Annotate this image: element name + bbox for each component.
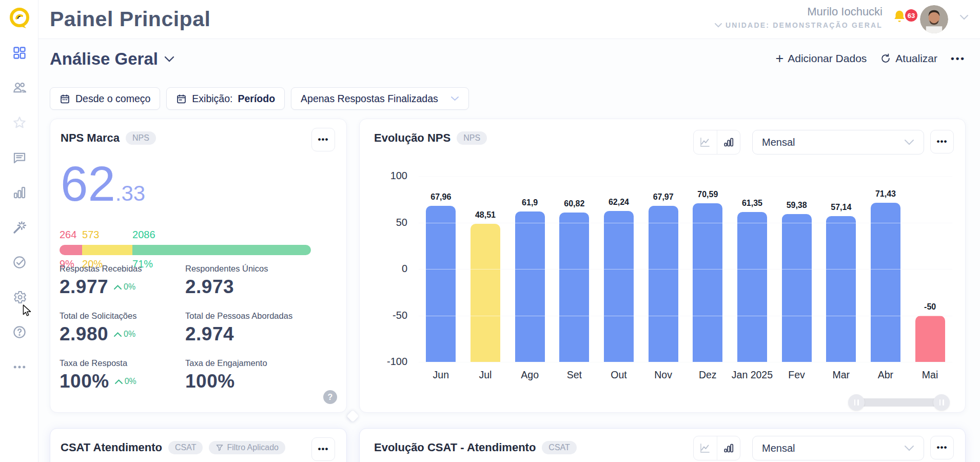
nps-stats-grid: Respostas Recebidas2.9770%Respondentes Ú… bbox=[60, 264, 337, 392]
chart-bar bbox=[782, 214, 812, 362]
notifications-button[interactable]: 63 bbox=[892, 8, 914, 27]
stat-block: Taxa de Engajamento100% bbox=[185, 358, 337, 392]
calendar-icon bbox=[60, 93, 70, 104]
nps-segment-counts: 2645732086 bbox=[60, 229, 311, 241]
x-tick-label: Mar bbox=[819, 369, 864, 381]
chevron-down-icon bbox=[714, 23, 722, 28]
add-data-button[interactable]: + Adicionar Dados bbox=[775, 52, 867, 65]
csat-evolution-card: Evolução CSAT - Atendimento CSAT bbox=[359, 428, 966, 462]
x-tick-label: Ago bbox=[507, 369, 552, 381]
more-dots-icon[interactable] bbox=[12, 359, 27, 375]
card-more-button[interactable]: ••• bbox=[311, 437, 335, 461]
stat-label: Respostas Recebidas bbox=[60, 264, 185, 274]
users-icon[interactable] bbox=[12, 80, 27, 95]
gridline bbox=[419, 316, 952, 316]
card-resize-handle[interactable] bbox=[346, 410, 359, 422]
refresh-icon bbox=[880, 53, 891, 64]
chevron-down-icon bbox=[450, 96, 459, 101]
stat-delta: 0% bbox=[114, 377, 136, 386]
bar-chart-icon[interactable] bbox=[12, 185, 27, 200]
bar-chart-toggle-icon[interactable] bbox=[717, 436, 740, 460]
stat-label: Taxa de Resposta bbox=[60, 358, 185, 368]
gridline bbox=[419, 362, 952, 362]
line-chart-toggle-icon[interactable] bbox=[694, 436, 717, 460]
nps-badge: NPS bbox=[126, 131, 156, 145]
chart-bar bbox=[826, 216, 856, 362]
help-circle-icon[interactable] bbox=[12, 324, 27, 340]
unit-selector[interactable]: UNIDADE: DEMONSTRAÇÃO GERAL bbox=[714, 21, 883, 29]
chevron-down-icon bbox=[904, 139, 914, 145]
nps-brand-card: NPS Marca NPS ••• 62 .33 2645732086 9%20… bbox=[50, 119, 347, 413]
slider-handle-right[interactable] bbox=[933, 394, 950, 411]
period-select[interactable]: Mensal bbox=[752, 436, 924, 460]
chart-bar bbox=[737, 212, 767, 362]
bar-value-label: 59,38 bbox=[774, 201, 819, 210]
segment-count-label: 573 bbox=[82, 229, 132, 241]
page-title: Painel Principal bbox=[50, 7, 210, 31]
view-more-button[interactable]: ••• bbox=[951, 53, 966, 64]
bar-value-label: 60,82 bbox=[552, 199, 597, 208]
stat-value: 2.980 bbox=[60, 323, 108, 345]
stat-value: 100% bbox=[185, 371, 235, 392]
responses-filter-select[interactable]: Apenas Respostas Finalizadas bbox=[291, 87, 469, 110]
avatar[interactable] bbox=[920, 5, 948, 33]
star-icon[interactable] bbox=[12, 115, 27, 130]
filter-applied-badge: Filtro Aplicado bbox=[209, 441, 285, 454]
nps-score: 62 .33 bbox=[61, 159, 145, 208]
stat-block: Respondentes Únicos2.973 bbox=[185, 264, 337, 298]
y-tick-label: 50 bbox=[366, 217, 407, 228]
stat-block: Respostas Recebidas2.9770% bbox=[60, 264, 185, 298]
stat-block: Taxa de Resposta100%0% bbox=[60, 358, 185, 392]
stat-label: Total de Solicitações bbox=[60, 311, 185, 321]
bar-chart-toggle-icon[interactable] bbox=[717, 130, 740, 154]
chart-bar bbox=[915, 316, 945, 362]
csat-badge: CSAT bbox=[542, 441, 576, 454]
slider-handle-left[interactable] bbox=[848, 394, 865, 411]
gear-icon[interactable] bbox=[12, 290, 27, 305]
bar-value-label: 48,51 bbox=[463, 210, 508, 220]
segment-count-label: 2086 bbox=[132, 229, 311, 241]
magic-wand-icon[interactable] bbox=[12, 220, 27, 235]
card-more-button[interactable]: ••• bbox=[311, 128, 335, 151]
chart-x-axis: JunJulAgoSetOutNovDezJan 2025FevMarAbrMa… bbox=[419, 369, 952, 381]
stat-value: 2.973 bbox=[185, 276, 234, 298]
stat-delta: 0% bbox=[113, 330, 135, 339]
app-logo-icon[interactable] bbox=[7, 6, 32, 31]
card-more-button[interactable]: ••• bbox=[930, 130, 954, 153]
chart-bar bbox=[515, 211, 545, 362]
x-tick-label: Jun bbox=[419, 369, 463, 381]
refresh-button[interactable]: Atualizar bbox=[880, 52, 937, 65]
gridline bbox=[419, 223, 952, 223]
dashboard-icon[interactable] bbox=[12, 45, 27, 61]
plus-icon: + bbox=[775, 53, 783, 64]
stat-block: Total de Pessoas Abordadas2.974 bbox=[185, 311, 337, 345]
y-tick-label: -100 bbox=[366, 356, 407, 368]
nps-evolution-card: Evolução NPS NPS bbox=[359, 119, 966, 413]
display-mode-chip[interactable]: Exibição: Período bbox=[166, 87, 285, 110]
date-range-chip[interactable]: Desde o começo bbox=[50, 87, 160, 110]
unit-label: UNIDADE: DEMONSTRAÇÃO GERAL bbox=[726, 21, 883, 29]
help-icon[interactable]: ? bbox=[323, 390, 337, 404]
nps-badge: NPS bbox=[457, 131, 487, 145]
card-more-button[interactable]: ••• bbox=[930, 436, 954, 459]
check-circle-icon[interactable] bbox=[12, 255, 27, 270]
chart-bar bbox=[604, 211, 634, 362]
stat-value: 2.977 bbox=[60, 276, 108, 298]
user-block[interactable]: Murilo Iochucki UNIDADE: DEMONSTRAÇÃO GE… bbox=[714, 5, 883, 29]
calendar-icon bbox=[176, 93, 187, 104]
chart-bar bbox=[426, 206, 456, 362]
funnel-icon bbox=[215, 444, 224, 452]
y-tick-label: -50 bbox=[366, 310, 407, 321]
profile-chevron-icon[interactable] bbox=[959, 14, 969, 20]
chart-bar bbox=[649, 206, 678, 362]
slider-track[interactable] bbox=[853, 398, 945, 407]
chart-bar bbox=[871, 203, 900, 362]
sidebar bbox=[0, 0, 38, 462]
x-tick-label: Set bbox=[552, 369, 597, 381]
bar-value-label: 70,59 bbox=[685, 190, 730, 199]
x-tick-label: Fev bbox=[774, 369, 819, 381]
chat-icon[interactable] bbox=[12, 150, 27, 165]
line-chart-toggle-icon[interactable] bbox=[694, 130, 717, 154]
period-select[interactable]: Mensal bbox=[752, 130, 924, 155]
chart-bar bbox=[471, 224, 500, 362]
